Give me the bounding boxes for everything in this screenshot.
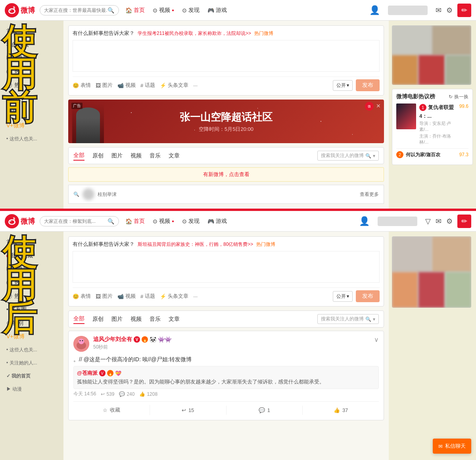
public-btn-before[interactable]: 公开 ▾ xyxy=(333,80,353,91)
nav-home-after[interactable]: 🏠 首页 xyxy=(125,218,145,225)
action-comment[interactable]: 💬 1 xyxy=(226,406,303,415)
filter-search-before[interactable]: 搜索我关注人的微博 🔍 ▾ xyxy=(317,151,379,161)
ad-close-before[interactable]: ✕ xyxy=(376,103,381,109)
search-input-after[interactable] xyxy=(44,218,107,224)
tab-all-before[interactable]: 全部 xyxy=(73,151,84,161)
sidebar-collect-before[interactable]: 我的收藏 xyxy=(0,38,63,52)
post-textarea-before[interactable] xyxy=(73,40,380,72)
sidebar-friend-before[interactable]: • 好友 xyxy=(0,92,63,105)
tab-article-before[interactable]: 文章 xyxy=(169,151,180,160)
movie-item-1-before[interactable]: 1 复仇者联盟4：... 导演：安东尼·卢素/... 主演：乔什·布洛林/...… xyxy=(396,104,468,145)
search-input-before[interactable] xyxy=(44,8,107,13)
nav-games-after[interactable]: 🎮 游戏 xyxy=(207,218,227,225)
sidebar-hot1-after[interactable]: 热 xyxy=(0,276,63,289)
mail-icon-before[interactable]: ✉ xyxy=(436,6,441,15)
tab-article-after[interactable]: 文章 xyxy=(169,315,180,324)
search-box-after[interactable]: 🔍 xyxy=(40,216,119,226)
search-box-before[interactable]: 🔍 xyxy=(40,5,119,15)
publish-btn-before[interactable]: 发布 xyxy=(356,79,380,91)
svg-point-1 xyxy=(10,9,14,13)
trending-link-before[interactable]: 学生报考211被民办校录取，家长称欺诈，法院却说>> xyxy=(138,30,251,37)
nav-discover-before[interactable]: ⊙ 发现 xyxy=(182,7,200,14)
view-more-before[interactable]: 查看更多 xyxy=(360,191,379,198)
sidebar-follow1-after[interactable]: • 这些人也关... xyxy=(0,343,63,356)
sidebar-myweibo-before[interactable]: 我的微博 xyxy=(0,52,63,65)
tab-video-before[interactable]: 视频 xyxy=(131,151,142,160)
search-icon-after[interactable]: 🔍 xyxy=(107,218,114,224)
tab-original-before[interactable]: 原创 xyxy=(92,151,104,160)
emotion-btn-after[interactable]: 😊 表情 xyxy=(73,293,91,300)
sidebar-home-before[interactable]: 首页 xyxy=(0,25,63,38)
sidebar-friend-after[interactable]: • 好友圈 xyxy=(0,303,63,316)
sidebar-special-before[interactable]: • 特 xyxy=(0,105,63,119)
user-icon-before[interactable]: 👤 xyxy=(369,5,380,15)
tab-video-after[interactable]: 视频 xyxy=(131,315,142,324)
publish-btn-after[interactable]: 发布 xyxy=(356,290,380,302)
sidebar-myhome-after[interactable]: ✓ 我的首页 xyxy=(0,370,63,383)
user-icon-after[interactable]: 👤 xyxy=(359,216,370,226)
topic-btn-after[interactable]: # 话题 xyxy=(140,293,155,300)
headline-btn-after[interactable]: ⚡ 头条文章 xyxy=(160,293,188,300)
nav-home-before[interactable]: 🏠 首页 xyxy=(125,7,145,14)
settings-icon-before[interactable]: ⚙ xyxy=(446,6,453,15)
nav-items-after: 🏠 首页 ⊙ 视频 ● ⊙ 发现 🎮 游戏 xyxy=(125,218,359,225)
video-btn-after[interactable]: 📹 视频 xyxy=(117,293,136,300)
quote-user[interactable]: @苍南派 xyxy=(77,370,98,377)
content-before: 有什么新鲜事想告诉大家？ 学生报考211被民办校录取，家长称欺诈，法院却说>> … xyxy=(63,21,389,209)
sidebar-collect-after[interactable]: 我的收藏 xyxy=(0,249,63,263)
nav-discover-after[interactable]: ⊙ 发现 xyxy=(182,218,200,225)
post-quote: @苍南派 V 🔥 💝 孤独能让人变得坚强吗？是的。因为能聊心事的朋友越来越少，大… xyxy=(73,366,379,389)
nav-games-before[interactable]: 🎮 游戏 xyxy=(207,7,227,14)
private-chat-btn[interactable]: ✉ 私信聊天 xyxy=(433,439,471,454)
emotion-btn-before[interactable]: 😊 表情 xyxy=(73,82,91,89)
more-btn-after[interactable]: ··· xyxy=(193,293,198,299)
sidebar-plus-before[interactable]: V+微博 xyxy=(0,119,63,132)
refresh-btn-before[interactable]: ↻ 换一换 xyxy=(449,94,468,100)
compose-btn-after[interactable]: ✏ xyxy=(457,215,471,228)
sidebar-follow2-after[interactable]: • 关注她的人... xyxy=(0,356,63,370)
video-btn-before[interactable]: 📹 视频 xyxy=(117,82,136,89)
tab-all-after[interactable]: 全部 xyxy=(73,314,84,324)
nav-video-after[interactable]: ⊙ 视频 ● xyxy=(153,218,174,225)
image-btn-before[interactable]: 🖼 图片 xyxy=(96,82,113,89)
post-username[interactable]: 追风少年刘全有 V 🔥 🐼 👾👾 xyxy=(93,336,370,343)
tab-music-before[interactable]: 音乐 xyxy=(150,151,161,160)
headline-btn-before[interactable]: ⚡ 头条文章 xyxy=(160,82,188,89)
sidebar-home-after[interactable]: 首页 xyxy=(0,236,63,249)
mail-icon-after[interactable]: ✉ xyxy=(436,217,441,226)
tab-original-after[interactable]: 原创 xyxy=(92,315,104,324)
compose-btn-before[interactable]: ✏ xyxy=(457,4,471,17)
sidebar-plus-after[interactable]: V+微博 xyxy=(0,330,63,343)
filter-search-after[interactable]: 搜索我关注人的微博 🔍 ▾ xyxy=(317,314,379,324)
trending-link-after[interactable]: 斯坦福丑闻背后的家族史：神医，行贿，80亿销售费>> xyxy=(138,241,253,248)
nav-video-before[interactable]: ⊙ 视频 ● xyxy=(153,7,174,14)
image-btn-after[interactable]: 🖼 图片 xyxy=(96,293,113,300)
more-btn-before[interactable]: ··· xyxy=(193,82,198,88)
movie-item-2-before[interactable]: 2 何以为家/迦百农 97.3 xyxy=(396,148,468,161)
sidebar-hot1-before[interactable]: 热 xyxy=(0,65,63,79)
more-label-after: ··· xyxy=(193,293,198,299)
action-repost[interactable]: ↩ 15 xyxy=(150,406,226,415)
settings-icon-after[interactable]: ⚙ xyxy=(446,217,453,226)
logo-before[interactable]: 微博 xyxy=(5,3,35,17)
ad-weibo-icon-before: 微 xyxy=(365,102,374,111)
action-collect[interactable]: ☆ 收藏 xyxy=(73,405,150,415)
sidebar-hot2-after[interactable]: 热 xyxy=(0,289,63,303)
tab-image-before[interactable]: 图片 xyxy=(111,151,123,160)
tab-music-after[interactable]: 音乐 xyxy=(150,315,161,324)
sidebar-special-after[interactable]: ⊙ 特别 xyxy=(0,316,63,330)
filter-icon-after[interactable]: ▽ xyxy=(425,217,431,226)
sidebar-myweibo-after[interactable]: 我的微博 xyxy=(0,263,63,276)
post-textarea-after[interactable] xyxy=(73,251,380,283)
public-btn-after[interactable]: 公开 ▾ xyxy=(333,291,353,302)
action-like[interactable]: 👍 37 xyxy=(303,406,379,415)
tab-image-after[interactable]: 图片 xyxy=(111,315,123,324)
search-icon-before[interactable]: 🔍 xyxy=(107,7,114,13)
logo-after[interactable]: 微博 xyxy=(5,214,35,228)
sidebar-hot2-before[interactable]: 热 xyxy=(0,79,63,92)
chevron-down-icon[interactable]: ∨ xyxy=(374,336,379,343)
sidebar-follow-before[interactable]: • 这些人也关... xyxy=(0,132,63,146)
new-weibo-bar-before[interactable]: 有新微博，点击查看 xyxy=(68,167,384,182)
sidebar-anime-after[interactable]: ▶ 动漫 xyxy=(0,383,63,396)
topic-btn-before[interactable]: # 话题 xyxy=(140,82,155,89)
